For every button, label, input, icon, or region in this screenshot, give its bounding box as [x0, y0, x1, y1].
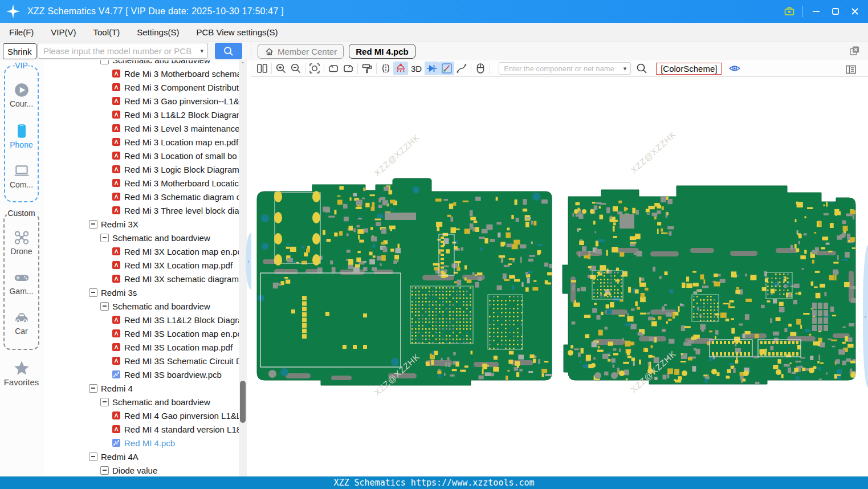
tree-row[interactable]: Red MI 3S Location map.pdf: [43, 340, 251, 354]
collapse-toggle-icon[interactable]: [100, 466, 109, 475]
tree-row-label: Red MI 4.pcb: [124, 438, 175, 448]
view-3d-button[interactable]: 3D: [411, 64, 422, 74]
highlight-lamp-button[interactable]: [393, 62, 408, 75]
tree-row[interactable]: Red MI 3X Location map.pdf: [43, 258, 251, 272]
minimize-button[interactable]: [806, 0, 826, 23]
document-tabs: Member Center Red MI 4.pcb: [258, 44, 415, 59]
sidebar-item-game[interactable]: Gam...: [5, 269, 38, 296]
collapse-toggle-icon[interactable]: [100, 398, 109, 406]
side-panel-toggle-button[interactable]: [843, 62, 859, 77]
tree-row[interactable]: Red MI 3S Schematic Circuit D: [43, 354, 251, 368]
diode-mode-button[interactable]: [425, 62, 439, 75]
scrollbar-thumb[interactable]: [240, 381, 246, 423]
sidebar-item-courses[interactable]: Cour...: [5, 82, 38, 108]
sidebar-item-computer[interactable]: Com...: [5, 162, 38, 189]
chevron-down-icon[interactable]: ▾: [624, 65, 627, 72]
tree-row[interactable]: Schematic and boardview: [43, 231, 251, 244]
collapse-toggle-icon[interactable]: [89, 220, 97, 229]
tree-row[interactable]: Red Mi 3 Location map en.pdf: [43, 135, 251, 149]
net-search-button[interactable]: [634, 62, 649, 75]
tree-row[interactable]: Red MI 4 Gao pinversion L1&L: [43, 409, 251, 422]
rotate-right-button[interactable]: [341, 62, 356, 75]
zoom-in-button[interactable]: [274, 62, 288, 75]
tree-row[interactable]: Red Mi 3 Motherboard Locatic: [43, 176, 251, 190]
model-search-button[interactable]: [215, 43, 242, 59]
category-sidebar: -VIP- Cour... Phone Com... Custom: [0, 60, 43, 476]
pdf-file-icon: [112, 192, 121, 201]
tree-row[interactable]: Diode value: [43, 463, 251, 476]
pdf-file-icon: [112, 425, 121, 434]
tree-row[interactable]: Schematic and boardview: [43, 395, 251, 409]
tree-row[interactable]: Red Mi 3 Logic Block Diagram: [43, 162, 251, 176]
tree-row[interactable]: Red Mi 3 L1&L2 Block Diagran: [43, 108, 251, 121]
menu-file[interactable]: File(F): [9, 27, 34, 37]
tree-row[interactable]: Rde Mi 3 Motherboard schema: [43, 67, 251, 80]
license-briefcase-icon[interactable]: [780, 0, 799, 23]
tree-row[interactable]: Red MI 3X Location map en.pc: [43, 244, 251, 258]
collapse-toggle-icon[interactable]: [89, 288, 97, 297]
tree-row[interactable]: Red MI 3S Location map en.pc: [43, 327, 251, 340]
visibility-eye-button[interactable]: [727, 62, 742, 75]
tree-row[interactable]: Redmi 3s: [43, 286, 251, 299]
mouse-settings-button[interactable]: [473, 62, 488, 75]
sidebar-item-phone[interactable]: Phone: [5, 123, 38, 149]
collapse-toggle-icon[interactable]: [89, 453, 97, 461]
tree-row[interactable]: Red MI 4 standard version L18: [43, 422, 251, 436]
tree-row[interactable]: Red MI 3S L1&L2 Block Diagra: [43, 313, 251, 327]
scroll-up-arrow[interactable]: ⌃: [239, 61, 247, 67]
close-all-tabs-icon[interactable]: [849, 45, 860, 56]
menu-settings[interactable]: Settings(S): [137, 27, 179, 37]
paint-brush-button[interactable]: [360, 62, 374, 75]
jumper-curve-button[interactable]: [454, 62, 469, 75]
menu-vip[interactable]: VIP(V): [51, 27, 76, 37]
tree-row-label: Redmi 4: [101, 384, 133, 393]
tree-row[interactable]: Schematic and boardview: [43, 60, 251, 67]
close-button[interactable]: [845, 0, 865, 23]
collapse-right-panel-handle[interactable]: ‹: [863, 245, 868, 388]
tree-row[interactable]: Red Mi 3 Level 3 maintenance: [43, 121, 251, 135]
tree-row[interactable]: Red Mi 3 Gao pinversion--L1&: [43, 94, 251, 108]
tree-row[interactable]: Red Mi 3 Schematic diagram c: [43, 190, 251, 203]
menu-pcb-view-settings[interactable]: PCB View settings(S): [196, 27, 278, 37]
tree-row[interactable]: Redmi 4: [43, 381, 251, 395]
shrink-button[interactable]: Shrink: [3, 43, 36, 59]
rotate-left-button[interactable]: [326, 62, 341, 75]
title-bar: XZZ Schematics V4.77 [ VIP Due date: 202…: [0, 0, 868, 23]
tree-row-label: Red Mi 3 Gao pinversion--L1&: [124, 96, 239, 106]
tree-row[interactable]: Red MI 3S boardview.pcb: [43, 368, 251, 381]
tree-row[interactable]: Schematic and boardview: [43, 299, 251, 313]
tree-row[interactable]: Red Mi 3 Component Distribut: [43, 80, 251, 94]
sidebar-item-favorites[interactable]: Favorites: [0, 359, 43, 387]
tree-row[interactable]: Redmi 4A: [43, 450, 251, 463]
tab-red-mi-4-pcb[interactable]: Red MI 4.pcb: [349, 44, 415, 59]
tree-row[interactable]: Red MI 4.pcb: [43, 436, 251, 450]
net-search-input[interactable]: [499, 62, 631, 75]
tree-row-label: Redmi 4A: [101, 452, 138, 462]
fit-screen-button[interactable]: [307, 62, 322, 75]
app-window: XZZ Schematics V4.77 [ VIP Due date: 202…: [0, 0, 868, 489]
sidebar-item-drone[interactable]: Drone: [5, 229, 38, 256]
pdf-file-icon: [112, 315, 121, 324]
tab-member-center[interactable]: Member Center: [258, 44, 344, 59]
model-search-input[interactable]: [37, 43, 208, 59]
maximize-button[interactable]: [826, 0, 845, 23]
tree-row[interactable]: Red MI 3X schematic diagram.: [43, 272, 251, 286]
measure-pen-button[interactable]: [439, 62, 454, 75]
collapse-toggle-icon[interactable]: [100, 234, 109, 242]
sidebar-item-car[interactable]: Car: [5, 309, 38, 336]
collapse-toggle-icon[interactable]: [89, 384, 97, 393]
mirror-flip-button[interactable]: [378, 62, 393, 75]
colorscheme-button[interactable]: [ColorScheme]: [656, 63, 722, 75]
tree-row[interactable]: Redmi 3X: [43, 217, 251, 231]
toolbar-separator: [324, 63, 324, 74]
split-view-button[interactable]: [255, 62, 270, 75]
pcb-viewport[interactable]: XZZ@XZZHKXZZ@XZZHKXZZ@XZZHKXZZ@XZZHK: [251, 77, 868, 476]
tree-row[interactable]: Red Mi 3 Location of small bo: [43, 149, 251, 162]
zoom-out-button[interactable]: [288, 62, 303, 75]
collapse-toggle-icon[interactable]: [100, 302, 109, 311]
chevron-down-icon[interactable]: ▾: [200, 47, 203, 55]
tree-row[interactable]: Red Mi 3 Three level block dia: [43, 203, 251, 217]
tree-row-label: Schematic and boardview: [112, 233, 210, 243]
menu-tool[interactable]: Tool(T): [93, 27, 120, 37]
collapse-toggle-icon[interactable]: [100, 60, 109, 64]
